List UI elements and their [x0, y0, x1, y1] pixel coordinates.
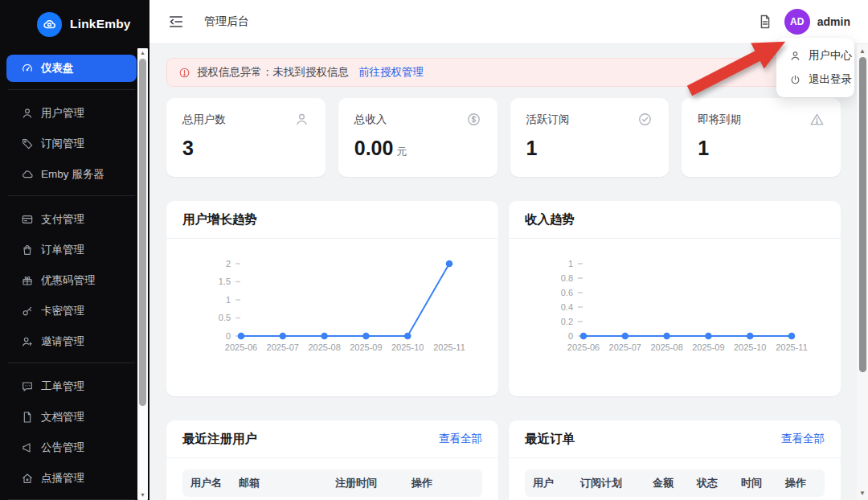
data-point[interactable] — [705, 333, 712, 340]
sidebar-item-label: 公告管理 — [41, 441, 84, 455]
sidebar-item-tag[interactable]: 订阅管理 — [6, 130, 137, 158]
alert-circle-icon — [178, 67, 190, 79]
x-tick-label: 2025-11 — [433, 342, 465, 352]
stat-value: 0.00元 — [354, 137, 481, 160]
data-point[interactable] — [580, 333, 588, 340]
data-point[interactable] — [747, 333, 754, 340]
app-name: LinkEmby — [70, 17, 131, 31]
table-header-row: 用户订阅计划金额状态时间操作 — [525, 469, 825, 497]
stat-label: 即将到期 — [698, 113, 741, 127]
sidebar-item-file[interactable]: 文档管理 — [6, 404, 137, 431]
page-scrollbar-thumb[interactable] — [859, 57, 866, 372]
stat-value: 1 — [698, 137, 825, 160]
table-column-header: 操作 — [403, 476, 468, 490]
document-icon[interactable] — [757, 14, 773, 30]
user-chip[interactable]: AD admin — [784, 9, 850, 35]
avatar[interactable]: AD — [784, 9, 810, 35]
sidebar-scrollbar[interactable]: ▲ ▼ — [137, 48, 148, 500]
stat-card-head: 总收入 — [354, 112, 481, 127]
data-point[interactable] — [321, 333, 328, 340]
user-icon — [789, 50, 801, 62]
stat-value-number: 1 — [526, 137, 538, 159]
data-point[interactable] — [362, 333, 370, 340]
chart-panels: 用户增长趋势00.511.522025-062025-072025-082025… — [166, 201, 841, 396]
sidebar-item-label: 邀请管理 — [41, 334, 84, 349]
alert-message: 授权信息异常：未找到授权信息 — [197, 65, 349, 80]
table-panels: 最近注册用户查看全部用户名邮箱注册时间操作最近订单查看全部用户订阅计划金额状态时… — [166, 420, 841, 500]
stat-card-head: 活跃订阅 — [526, 112, 653, 127]
chart-title: 收入趋势 — [525, 211, 575, 228]
table-column-header: 状态 — [689, 476, 733, 490]
sidebar-item-label: 支付管理 — [41, 212, 84, 227]
x-tick-label: 2025-08 — [308, 342, 340, 352]
x-tick-label: 2025-06 — [225, 342, 257, 352]
sidebar-nav: 仪表盘用户管理订阅管理Emby 服务器支付管理订单管理优惠码管理卡密管理邀请管理… — [0, 47, 149, 500]
table-title: 最近订单 — [525, 431, 575, 448]
sidebar-item-megaphone[interactable]: 公告管理 — [6, 434, 137, 461]
sidebar-item-label: 文档管理 — [41, 410, 84, 424]
sidebar-item-label: 卡密管理 — [41, 304, 84, 318]
table-column-header: 邮箱 — [231, 476, 327, 490]
scroll-down-icon[interactable]: ▼ — [137, 490, 148, 500]
scroll-up-icon[interactable]: ▲ — [857, 46, 868, 56]
page-scrollbar[interactable]: ▲ ▼ — [857, 44, 868, 500]
view-all-link[interactable]: 查看全部 — [439, 432, 482, 446]
sidebar-item-users[interactable]: 用户管理 — [6, 100, 137, 127]
data-point[interactable] — [622, 333, 629, 340]
x-tick-label: 2025-10 — [391, 342, 424, 352]
panel-head: 收入趋势 — [509, 201, 841, 239]
stat-label: 活跃订阅 — [526, 113, 570, 127]
y-tick-label: 1 — [226, 295, 231, 305]
sidebar-divider — [8, 195, 135, 196]
x-tick-label: 2025-09 — [350, 342, 382, 352]
line-chart: 00.20.40.60.812025-062025-072025-082025-… — [509, 239, 841, 396]
scroll-up-icon[interactable]: ▲ — [137, 48, 148, 58]
sidebar-item-label: 工单管理 — [41, 379, 84, 394]
key-icon — [21, 305, 34, 318]
menu-fold-icon[interactable] — [167, 13, 185, 31]
sidebar-scrollbar-thumb[interactable] — [139, 59, 146, 406]
topbar: 管理后台 AD admin — [149, 0, 868, 44]
table-column-header: 用户名 — [182, 476, 231, 490]
cloud-logo-icon — [37, 12, 62, 37]
view-all-link[interactable]: 查看全部 — [781, 432, 825, 446]
x-tick-label: 2025-09 — [692, 342, 724, 352]
data-point[interactable] — [663, 333, 670, 340]
user-menu-item-logout[interactable]: 退出登录 — [776, 68, 854, 92]
x-tick-label: 2025-06 — [567, 342, 600, 352]
sidebar-item-cloud[interactable]: Emby 服务器 — [6, 161, 137, 188]
cloud-icon — [21, 168, 34, 181]
data-point[interactable] — [238, 333, 245, 340]
table-panel: 最近订单查看全部用户订阅计划金额状态时间操作 — [509, 420, 841, 500]
user-menu-item-profile[interactable]: 用户中心 — [776, 43, 854, 68]
scroll-down-icon[interactable]: ▼ — [857, 488, 868, 498]
stat-card: 即将到期1 — [682, 98, 841, 177]
data-point[interactable] — [446, 260, 453, 268]
data-point[interactable] — [404, 333, 411, 340]
data-point[interactable] — [788, 333, 796, 340]
table-column-header: 注册时间 — [327, 476, 403, 490]
stat-value: 3 — [182, 137, 309, 160]
user-plus-icon — [21, 335, 34, 348]
license-alert: 授权信息异常：未找到授权信息 前往授权管理 — [166, 58, 841, 87]
check-circle-icon — [637, 112, 653, 127]
sidebar-item-label: 优惠码管理 — [41, 273, 96, 288]
stat-card: 总收入0.00元 — [338, 98, 497, 177]
users-icon — [21, 107, 34, 120]
sidebar-item-gift[interactable]: 优惠码管理 — [6, 267, 137, 294]
sidebar-item-user-plus[interactable]: 邀请管理 — [6, 328, 137, 355]
sidebar-item-dashboard[interactable]: 仪表盘 — [6, 55, 137, 82]
sidebar-item-shopping-bag[interactable]: 订单管理 — [6, 236, 137, 264]
sidebar-item-chat[interactable]: 工单管理 — [6, 373, 137, 400]
sidebar-item-home[interactable]: 点播管理 — [6, 465, 137, 492]
username: admin — [817, 15, 850, 28]
data-point[interactable] — [280, 333, 287, 340]
chart-line — [241, 264, 449, 336]
table-panel: 最近注册用户查看全部用户名邮箱注册时间操作 — [166, 420, 498, 500]
alert-link[interactable]: 前往授权管理 — [358, 65, 424, 80]
table-column-header: 金额 — [645, 476, 689, 490]
line-chart: 00.511.522025-062025-072025-082025-09202… — [166, 239, 498, 396]
sidebar-item-credit-card[interactable]: 支付管理 — [6, 206, 137, 233]
panel-head: 最近订单查看全部 — [509, 420, 841, 458]
sidebar-item-key[interactable]: 卡密管理 — [6, 297, 137, 325]
